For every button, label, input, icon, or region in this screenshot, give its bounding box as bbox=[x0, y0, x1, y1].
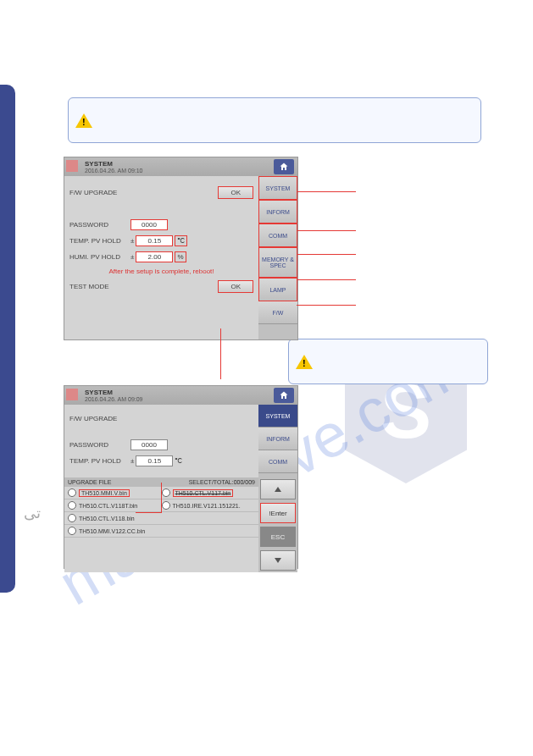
home-button[interactable] bbox=[274, 388, 294, 403]
fw-upgrade-ok-button[interactable]: OK bbox=[218, 186, 253, 199]
side-btn-memory-spec[interactable]: MEMORY & SPEC bbox=[258, 247, 297, 278]
select-total-label: SELECT/TOTAL:000/009 bbox=[189, 479, 255, 485]
file-name: TH510.MMI.V.bin bbox=[79, 489, 130, 497]
pm-sign: ± bbox=[130, 237, 134, 245]
file-name: TH510.MMI.V122.CC.bin bbox=[79, 528, 145, 534]
system-panel-1: SYSTEM 2016.04.26. AM 09:10 F/W UPGRADE … bbox=[64, 157, 298, 340]
warning-icon bbox=[296, 355, 313, 369]
esc-button[interactable]: ESC bbox=[260, 527, 296, 547]
file-row[interactable]: TH510.CTL.V118.bin bbox=[64, 512, 258, 525]
pm-sign: ± bbox=[130, 457, 134, 465]
bg-arabic-text: تی bbox=[24, 504, 41, 522]
callout-line bbox=[297, 305, 356, 306]
side-btn-comm[interactable]: COMM bbox=[258, 450, 297, 473]
warning-icon bbox=[75, 113, 92, 128]
temp-hold-input[interactable]: 0.15 bbox=[136, 235, 173, 246]
temp-hold-label: TEMP. PV HOLD bbox=[69, 237, 130, 245]
radio-icon[interactable] bbox=[162, 501, 170, 510]
upgrade-file-label: UPGRADE FILE bbox=[68, 479, 111, 485]
side-btn-system[interactable]: SYSTEM bbox=[258, 405, 297, 428]
radio-icon[interactable] bbox=[162, 488, 170, 497]
reboot-warning: After the setup is complete, reboot! bbox=[69, 268, 253, 275]
temp-hold-input[interactable]: 0.15 bbox=[136, 455, 173, 466]
doc-side-bar bbox=[0, 85, 15, 593]
title-bar: SYSTEM 2016.04.26. AM 09:10 bbox=[64, 157, 297, 176]
callout-line bbox=[161, 483, 162, 513]
side-btn-system[interactable]: SYSTEM bbox=[258, 176, 297, 200]
scroll-up-button[interactable] bbox=[260, 479, 296, 499]
callout-line bbox=[136, 512, 161, 513]
system-panel-2: SYSTEM 2016.04.26. AM 09:09 F/W UPGRADE … bbox=[64, 385, 298, 569]
app-logo-icon bbox=[66, 389, 78, 400]
test-mode-ok-button[interactable]: OK bbox=[218, 280, 253, 293]
side-btn-inform[interactable]: INFORM bbox=[258, 428, 297, 450]
callout-line bbox=[297, 230, 356, 231]
side-btn-fw[interactable]: F/W bbox=[258, 301, 297, 324]
password-input[interactable]: 0000 bbox=[130, 439, 168, 450]
temp-unit: ℃ bbox=[175, 457, 182, 465]
password-input[interactable]: 0000 bbox=[130, 219, 168, 230]
enter-button[interactable]: !Enter bbox=[260, 503, 296, 523]
callout-line bbox=[220, 328, 221, 379]
radio-icon[interactable] bbox=[68, 488, 76, 497]
scroll-down-button[interactable] bbox=[260, 550, 296, 571]
test-mode-label: TEST MODE bbox=[69, 283, 130, 290]
humi-hold-input[interactable]: 2.00 bbox=[136, 251, 173, 262]
note-box-1 bbox=[68, 97, 481, 143]
humi-unit: % bbox=[175, 251, 186, 262]
home-button[interactable] bbox=[274, 159, 294, 174]
file-row[interactable]: TH510.MMI.V122.CC.bin bbox=[64, 525, 258, 538]
panel-title: SYSTEM bbox=[85, 389, 143, 396]
side-btn-comm[interactable]: COMM bbox=[258, 223, 297, 247]
panel-date: 2016.04.26. AM 09:09 bbox=[85, 396, 143, 402]
radio-icon[interactable] bbox=[68, 514, 76, 522]
callout-line bbox=[297, 254, 356, 255]
temp-hold-label: TEMP. PV HOLD bbox=[69, 457, 130, 465]
note-box-2 bbox=[288, 339, 488, 384]
radio-icon[interactable] bbox=[68, 501, 76, 510]
title-bar: SYSTEM 2016.04.26. AM 09:09 bbox=[64, 386, 297, 405]
fw-upgrade-label: F/W UPGRADE bbox=[69, 189, 130, 196]
side-btn-inform[interactable]: INFORM bbox=[258, 200, 297, 223]
side-btn-lamp[interactable]: LAMP bbox=[258, 278, 297, 301]
fw-upgrade-label: F/W UPGRADE bbox=[69, 415, 130, 422]
radio-icon[interactable] bbox=[68, 527, 76, 535]
file-name: TH510.CTL.V117.bin bbox=[173, 489, 234, 497]
file-name: TH510.CTL.V118T.bin bbox=[79, 503, 137, 509]
password-label: PASSWORD bbox=[69, 221, 130, 229]
file-name: TH510.IRE.V121.151221. bbox=[173, 503, 241, 509]
panel-title: SYSTEM bbox=[85, 160, 143, 168]
panel-date: 2016.04.26. AM 09:10 bbox=[85, 168, 143, 174]
password-label: PASSWORD bbox=[69, 441, 130, 449]
humi-hold-label: HUMI. PV HOLD bbox=[69, 253, 130, 261]
callout-line bbox=[297, 191, 356, 192]
file-name: TH510.CTL.V118.bin bbox=[79, 516, 135, 521]
pm-sign: ± bbox=[130, 253, 134, 261]
callout-line bbox=[297, 279, 356, 280]
app-logo-icon bbox=[66, 160, 78, 172]
temp-unit: ℃ bbox=[175, 235, 187, 246]
